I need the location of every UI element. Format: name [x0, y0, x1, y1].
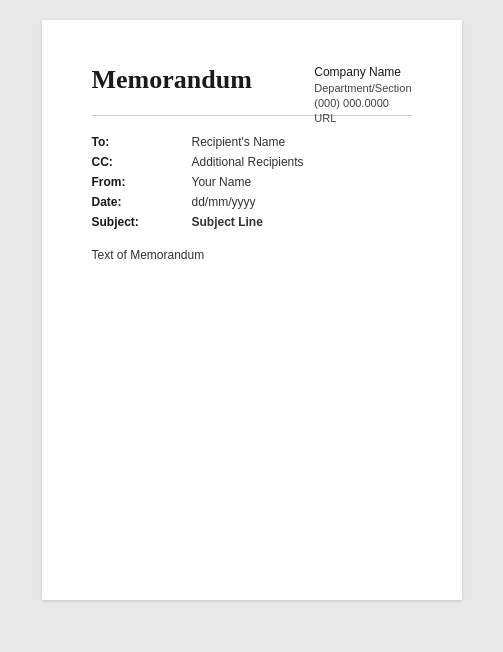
field-value: Additional Recipients: [192, 152, 412, 172]
table-row: CC:Additional Recipients: [92, 152, 412, 172]
table-row: From:Your Name: [92, 172, 412, 192]
field-label: To:: [92, 132, 192, 152]
field-label: Subject:: [92, 212, 192, 232]
memo-body-text: Text of Memorandum: [92, 248, 412, 262]
phone-number: (000) 000.0000: [314, 97, 411, 109]
field-label: Date:: [92, 192, 192, 212]
memo-fields-table: To:Recipient's NameCC:Additional Recipie…: [92, 132, 412, 232]
field-label: From:: [92, 172, 192, 192]
department-section: Department/Section: [314, 82, 411, 94]
field-label: CC:: [92, 152, 192, 172]
field-value: Recipient's Name: [192, 132, 412, 152]
header-right: Company Name Department/Section (000) 00…: [314, 65, 411, 124]
table-row: Date:dd/mm/yyyy: [92, 192, 412, 212]
field-value: dd/mm/yyyy: [192, 192, 412, 212]
table-row: Subject:Subject Line: [92, 212, 412, 232]
field-value: Subject Line: [192, 212, 412, 232]
company-name: Company Name: [314, 65, 411, 79]
memo-page: Memorandum Company Name Department/Secti…: [42, 20, 462, 600]
field-value: Your Name: [192, 172, 412, 192]
table-row: To:Recipient's Name: [92, 132, 412, 152]
url-field: URL: [314, 112, 411, 124]
